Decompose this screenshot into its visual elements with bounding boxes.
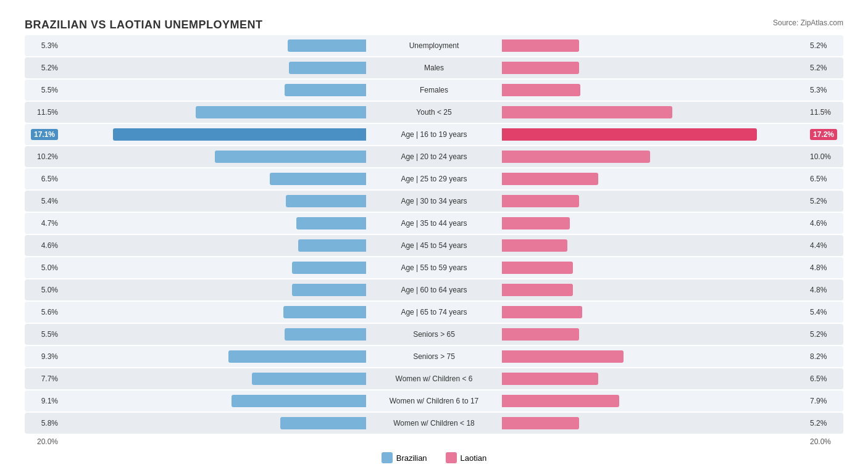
bar-blue <box>228 350 366 363</box>
chart-row: 5.4% Age | 30 to 34 years 5.2% <box>25 191 843 212</box>
bar-blue <box>286 195 366 207</box>
left-value: 4.6% <box>25 241 62 250</box>
chart-area: 5.3% Unemployment 5.2% 5.2% Males 5.2% 5… <box>25 35 843 434</box>
right-value: 6.5% <box>806 175 843 183</box>
row-label: Age | 16 to 19 years <box>366 130 502 139</box>
legend: Brazilian Laotian <box>25 452 843 463</box>
bar-pink <box>502 62 579 74</box>
bar-blue <box>292 262 366 274</box>
chart-row: 5.5% Females 5.3% <box>25 80 843 101</box>
bar-blue <box>196 106 366 118</box>
bar-pink <box>502 151 650 163</box>
right-value: 11.5% <box>806 108 843 117</box>
row-label: Age | 25 to 29 years <box>366 175 502 183</box>
chart-row: 5.3% Unemployment 5.2% <box>25 35 843 56</box>
left-value: 5.5% <box>25 86 62 94</box>
bar-pink <box>502 106 672 118</box>
bar-pink <box>502 262 573 274</box>
right-value: 5.2% <box>806 64 843 72</box>
chart-row: 5.2% Males 5.2% <box>25 57 843 78</box>
bar-pink <box>502 373 598 385</box>
bar-blue <box>270 173 366 185</box>
left-value: 6.5% <box>25 175 62 183</box>
row-label: Age | 60 to 64 years <box>366 286 502 294</box>
chart-row: 4.7% Age | 35 to 44 years 4.6% <box>25 213 843 234</box>
bar-pink <box>502 195 579 207</box>
row-label: Women w/ Children 6 to 17 <box>366 397 502 405</box>
chart-row: 10.2% Age | 20 to 24 years 10.0% <box>25 146 843 167</box>
left-value: 4.7% <box>25 219 62 228</box>
left-value: 11.5% <box>25 108 62 117</box>
bar-blue <box>292 284 366 296</box>
chart-row: 5.0% Age | 55 to 59 years 4.8% <box>25 257 843 278</box>
row-label: Age | 20 to 24 years <box>366 152 502 161</box>
left-value: 9.1% <box>25 397 62 405</box>
right-value: 4.6% <box>806 219 843 228</box>
left-value: 7.7% <box>25 374 62 383</box>
bar-blue <box>285 328 366 341</box>
chart-row: 5.0% Age | 60 to 64 years 4.8% <box>25 279 843 300</box>
bar-pink <box>502 395 619 407</box>
bar-blue <box>113 128 366 141</box>
row-label: Women w/ Children < 18 <box>366 419 502 428</box>
bar-pink <box>502 39 579 52</box>
row-label: Females <box>366 86 502 94</box>
axis-right-label: 20.0% <box>806 437 843 446</box>
chart-row: 4.6% Age | 45 to 54 years 4.4% <box>25 235 843 256</box>
right-value: 5.2% <box>806 197 843 205</box>
bar-pink <box>502 350 624 363</box>
left-value: 17.1% <box>25 130 62 139</box>
bar-blue <box>215 151 366 163</box>
axis-labels: 20.0% 20.0% <box>25 435 843 446</box>
bar-pink <box>502 128 757 141</box>
bar-pink <box>502 328 579 341</box>
right-value: 8.2% <box>806 352 843 361</box>
row-label: Age | 30 to 34 years <box>366 197 502 205</box>
left-value: 5.5% <box>25 330 62 339</box>
row-label: Women w/ Children < 6 <box>366 374 502 383</box>
chart-row: 7.7% Women w/ Children < 6 6.5% <box>25 368 843 389</box>
bar-pink <box>502 239 567 252</box>
right-value: 10.0% <box>806 152 843 161</box>
row-label: Unemployment <box>366 41 502 50</box>
right-value: 5.2% <box>806 330 843 339</box>
left-value: 5.8% <box>25 419 62 428</box>
chart-row: 5.8% Women w/ Children < 18 5.2% <box>25 413 843 434</box>
chart-title: BRAZILIAN VS LAOTIAN UNEMPLOYMENT <box>25 19 263 31</box>
bar-blue <box>289 62 366 74</box>
right-value: 5.4% <box>806 308 843 316</box>
chart-row: 11.5% Youth < 25 11.5% <box>25 102 843 123</box>
right-value: 4.8% <box>806 263 843 272</box>
bar-blue <box>280 417 366 429</box>
left-value: 9.3% <box>25 352 62 361</box>
chart-row: 17.1% Age | 16 to 19 years 17.2% <box>25 124 843 145</box>
chart-row: 6.5% Age | 25 to 29 years 6.5% <box>25 168 843 189</box>
left-value: 5.3% <box>25 41 62 50</box>
row-label: Age | 45 to 54 years <box>366 241 502 250</box>
chart-container: BRAZILIAN VS LAOTIAN UNEMPLOYMENT Source… <box>12 12 856 467</box>
row-label: Age | 55 to 59 years <box>366 263 502 272</box>
row-label: Age | 65 to 74 years <box>366 308 502 316</box>
left-value: 10.2% <box>25 152 62 161</box>
bar-blue <box>232 395 366 407</box>
left-value: 5.2% <box>25 64 62 72</box>
right-value: 17.2% <box>806 130 843 139</box>
bar-pink <box>502 84 580 96</box>
bar-pink <box>502 306 582 318</box>
legend-laotian: Laotian <box>446 452 487 463</box>
left-value: 5.0% <box>25 263 62 272</box>
chart-row: 5.6% Age | 65 to 74 years 5.4% <box>25 302 843 323</box>
right-value: 5.2% <box>806 41 843 50</box>
chart-row: 9.3% Seniors > 75 8.2% <box>25 346 843 367</box>
legend-brazilian-label: Brazilian <box>396 453 427 463</box>
left-value: 5.6% <box>25 308 62 316</box>
bar-pink <box>502 417 579 429</box>
chart-row: 9.1% Women w/ Children 6 to 17 7.9% <box>25 391 843 411</box>
chart-source: Source: ZipAtlas.com <box>773 19 843 27</box>
row-label: Males <box>366 64 502 72</box>
bar-pink <box>502 173 598 185</box>
bar-blue <box>252 373 366 385</box>
chart-row: 5.5% Seniors > 65 5.2% <box>25 324 843 345</box>
bar-pink <box>502 284 573 296</box>
axis-center <box>62 437 367 446</box>
